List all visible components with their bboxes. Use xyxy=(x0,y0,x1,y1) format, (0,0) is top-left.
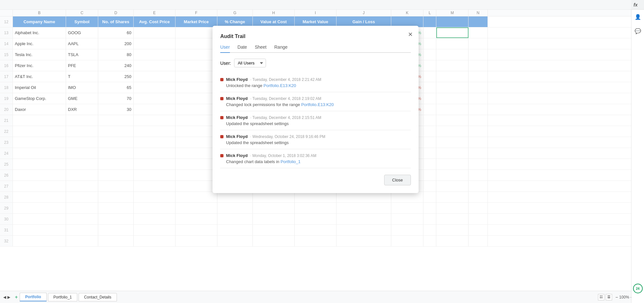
entry-action-text: Changed chart data labels in xyxy=(226,159,280,164)
entry-dot-icon xyxy=(220,97,223,100)
entry-link[interactable]: Portfolio.E13:K20 xyxy=(301,102,334,107)
audit-entry: Mick Floyd · Tuesday, December 4, 2018 2… xyxy=(220,92,411,111)
tab-prev-button[interactable]: ◀ xyxy=(3,295,6,299)
entry-header: Mick Floyd · Monday, October 1, 2018 3:0… xyxy=(220,153,411,158)
audit-entry: Mick Floyd · Monday, October 1, 2018 3:0… xyxy=(220,149,411,168)
entry-user: Mick Floyd xyxy=(226,153,248,158)
fx-icon: fx xyxy=(634,2,638,7)
modal-close-button[interactable]: ✕ xyxy=(408,32,413,37)
entry-link[interactable]: Portfolio.E13:K20 xyxy=(263,83,296,88)
list-view-button[interactable]: ☰ xyxy=(606,294,612,300)
zoom-level: 100% xyxy=(619,295,629,299)
entry-action: Changed lock permissions for the range P… xyxy=(220,102,411,107)
modal-overlay: Audit Trail ✕ UserDateSheetRange User: A… xyxy=(0,0,631,291)
modal-tab-range[interactable]: Range xyxy=(274,44,288,53)
entry-link[interactable]: Portfolio_1 xyxy=(280,159,300,164)
audit-entries-list: Mick Floyd · Tuesday, December 4, 2018 2… xyxy=(220,73,411,168)
entry-header: Mick Floyd · Tuesday, December 4, 2018 2… xyxy=(220,115,411,120)
comments-icon[interactable]: 💬 xyxy=(634,27,642,35)
audit-entry: Mick Floyd · Tuesday, December 4, 2018 2… xyxy=(220,73,411,92)
bottom-bar: ◀ ▶ + PortfolioPortfolio_1Contact_Detail… xyxy=(0,291,644,303)
modal-tab-sheet[interactable]: Sheet xyxy=(255,44,267,53)
entry-time: · Tuesday, December 4, 2018 2:15:51 AM xyxy=(250,115,321,120)
entry-time: · Tuesday, December 4, 2018 2:19:02 AM xyxy=(250,96,321,101)
right-sidebar: 👤 💬 24 xyxy=(631,10,644,303)
modal-tabs: UserDateSheetRange xyxy=(220,44,411,53)
entry-user: Mick Floyd xyxy=(226,77,248,82)
sheet-tab-portfolio-1[interactable]: Portfolio_1 xyxy=(48,293,77,301)
entry-action-text: Updated the spreadsheet settings xyxy=(226,121,289,126)
entry-header: Mick Floyd · Tuesday, December 4, 2018 2… xyxy=(220,77,411,82)
user-filter-label: User: xyxy=(220,61,231,66)
24-icon[interactable]: 24 xyxy=(633,284,643,293)
entry-user: Mick Floyd xyxy=(226,134,248,139)
entry-user: Mick Floyd xyxy=(226,115,248,120)
entry-action: Changed chart data labels in Portfolio_1 xyxy=(220,159,411,164)
modal-footer: Close xyxy=(220,175,411,185)
entry-time: · Monday, October 1, 2018 3:02:36 AM xyxy=(250,153,316,158)
close-button[interactable]: Close xyxy=(384,175,411,185)
modal-tab-date[interactable]: Date xyxy=(238,44,247,53)
modal-tab-user[interactable]: User xyxy=(220,44,230,53)
audit-entry: Mick Floyd · Tuesday, December 4, 2018 2… xyxy=(220,111,411,130)
entry-action: Updated the spreadsheet settings xyxy=(220,121,411,126)
entry-dot-icon xyxy=(220,116,223,119)
entry-action-text: Changed lock permissions for the range xyxy=(226,102,301,107)
entry-header: Mick Floyd · Wednesday, October 24, 2018… xyxy=(220,134,411,139)
zoom-out-button[interactable]: − xyxy=(615,295,618,300)
sheet-tab-contact-details[interactable]: Contact_Details xyxy=(79,293,117,301)
entry-user: Mick Floyd xyxy=(226,96,248,101)
entry-action-text: Updated the spreadsheet settings xyxy=(226,140,289,145)
entry-time: · Wednesday, October 24, 2018 9:16:46 PM xyxy=(250,134,325,139)
modal-title: Audit Trail xyxy=(220,34,411,39)
entry-action-text: Unlocked the range xyxy=(226,83,263,88)
sheet-tabs: PortfolioPortfolio_1Contact_Details xyxy=(20,293,117,301)
entry-dot-icon xyxy=(220,78,223,81)
spreadsheet: fx 👤 💬 24 B C D E F G H I J K L M N xyxy=(0,0,644,303)
entry-action: Updated the spreadsheet settings xyxy=(220,140,411,145)
entry-action: Unlocked the range Portfolio.E13:K20 xyxy=(220,83,411,88)
account-icon[interactable]: 👤 xyxy=(634,13,642,21)
zoom-controls: − 100% + xyxy=(615,295,633,300)
grid-view-button[interactable]: ☷ xyxy=(598,294,604,300)
entry-header: Mick Floyd · Tuesday, December 4, 2018 2… xyxy=(220,96,411,101)
audit-entry: Mick Floyd · Wednesday, October 24, 2018… xyxy=(220,130,411,149)
entry-dot-icon xyxy=(220,135,223,138)
tab-controls: ◀ ▶ xyxy=(3,295,10,299)
view-buttons: ☷ ☰ xyxy=(598,294,612,300)
tab-next-button[interactable]: ▶ xyxy=(7,295,10,299)
audit-trail-modal: Audit Trail ✕ UserDateSheetRange User: A… xyxy=(213,26,419,193)
user-filter: User: All UsersMick Floyd xyxy=(220,59,411,67)
sheet-tab-portfolio[interactable]: Portfolio xyxy=(20,293,46,301)
user-dropdown[interactable]: All UsersMick Floyd xyxy=(234,59,266,67)
entry-time: · Tuesday, December 4, 2018 2:21:42 AM xyxy=(250,77,321,82)
entry-dot-icon xyxy=(220,154,223,157)
add-tab-button[interactable]: + xyxy=(15,294,18,300)
